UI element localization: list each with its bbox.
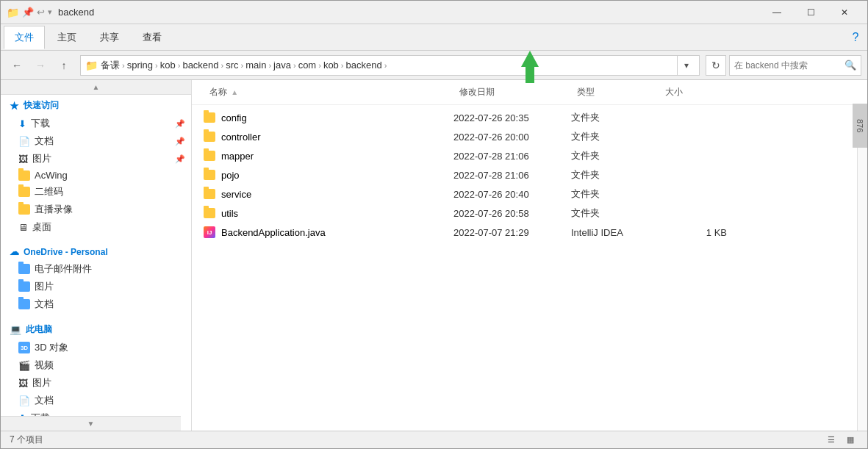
sidebar-item-desktop[interactable]: 🖥 桌面 [1, 218, 191, 236]
folder-icon-broadcast [18, 204, 30, 215]
minimize-button[interactable]: — [760, 1, 794, 24]
pictures-icon: 🖼 [18, 154, 28, 165]
sidebar-item-label: 文档 [35, 394, 54, 407]
folder-icon [204, 112, 215, 123]
path-segment-3[interactable]: backend [182, 60, 218, 71]
file-name-mapper: mapper [204, 151, 453, 162]
path-segment-6[interactable]: java [273, 60, 291, 71]
sidebar-item-od-docs[interactable]: 文档 [1, 295, 191, 313]
file-size-backend-app: 1 KB [659, 227, 733, 238]
sidebar-item-pictures[interactable]: 🖼 图片 📌 [1, 150, 191, 168]
path-segment-5[interactable]: main [245, 60, 266, 71]
file-row-controller[interactable]: controller 2022-07-26 20:00 文件夹 [192, 127, 857, 146]
content-area: 名称 ▲ 修改日期 类型 大小 config 2022-07-26 20: [192, 80, 867, 431]
window: 📁 📌 ↩ ▾ backend — ☐ ✕ 文件 主页 共享 查看 ? ← → … [0, 0, 868, 449]
sidebar-item-label: 3D 对象 [35, 341, 68, 354]
sidebar: ▲ ★ 快速访问 ⬇ 下载 📌 📄 文档 📌 🖼 图片 📌 [1, 80, 192, 431]
forward-button[interactable]: → [30, 55, 51, 76]
pin-icon: 📌 [175, 119, 185, 129]
sidebar-item-computer-docs[interactable]: 📄 文档 [1, 392, 191, 409]
close-button[interactable]: ✕ [828, 1, 861, 24]
sidebar-item-email-attachments[interactable]: 电子邮件附件 [1, 260, 191, 278]
address-dropdown-button[interactable]: ▾ [677, 55, 695, 76]
sidebar-section-onedrive[interactable]: ☁ OneDrive - Personal [1, 242, 191, 260]
refresh-button[interactable]: ↻ [706, 55, 726, 76]
side-number: 876 [853, 104, 867, 148]
divider-2 [1, 313, 191, 319]
tab-home[interactable]: 主页 [46, 26, 87, 49]
search-input[interactable] [734, 60, 842, 71]
onedrive-label: OneDrive - Personal [24, 247, 108, 257]
folder-icon [204, 151, 215, 161]
path-segment-7[interactable]: com [298, 60, 317, 71]
col-header-type[interactable]: 类型 [571, 83, 659, 101]
sort-icon: ▲ [231, 88, 238, 96]
file-name-backend-app: IJ BackendApplication.java [204, 226, 453, 238]
sidebar-item-qrcode[interactable]: 二维码 [1, 183, 191, 201]
file-date-service: 2022-07-26 20:40 [453, 189, 571, 200]
col-header-name[interactable]: 名称 ▲ [204, 83, 453, 101]
view-grid-button[interactable]: ▦ [842, 433, 858, 448]
sidebar-item-label: 图片 [32, 376, 51, 389]
file-row-backend-app[interactable]: IJ BackendApplication.java 2022-07-07 21… [192, 223, 857, 242]
path-segment-4[interactable]: src [226, 60, 238, 71]
title-bar-controls: — ☐ ✕ [760, 1, 861, 24]
view-controls: ☰ ▦ [823, 433, 858, 448]
view-list-button[interactable]: ☰ [823, 433, 839, 448]
file-row-config[interactable]: config 2022-07-26 20:35 文件夹 [192, 108, 857, 127]
address-bar[interactable]: 📁 备课 › spring › kob › backend › src › ma… [80, 55, 700, 76]
sidebar-item-label: 直播录像 [35, 203, 73, 216]
sidebar-item-od-pictures[interactable]: 图片 [1, 278, 191, 295]
pin-icon-2: 📌 [175, 137, 185, 146]
sidebar-item-label: 桌面 [32, 220, 51, 234]
file-date-backend-app: 2022-07-07 21:29 [453, 227, 571, 238]
file-row-mapper[interactable]: mapper 2022-07-28 21:06 文件夹 [192, 146, 857, 165]
content-scrollbar[interactable] [857, 105, 867, 431]
file-row-utils[interactable]: utils 2022-07-26 20:58 文件夹 [192, 204, 857, 223]
file-list: config 2022-07-26 20:35 文件夹 controller 2… [192, 105, 857, 431]
path-segment-1[interactable]: spring [127, 60, 153, 71]
maximize-button[interactable]: ☐ [794, 1, 828, 24]
up-button[interactable]: ↑ [54, 55, 74, 76]
sidebar-item-docs[interactable]: 📄 文档 📌 [1, 132, 191, 150]
intellij-icon: IJ [204, 226, 215, 238]
sidebar-item-computer-pictures[interactable]: 🖼 图片 [1, 374, 191, 392]
sidebar-item-3d[interactable]: 3D 3D 对象 [1, 339, 191, 356]
sidebar-item-download[interactable]: ⬇ 下载 📌 [1, 115, 191, 132]
title-folder-icon: 📁 [7, 7, 19, 18]
sidebar-item-video[interactable]: 🎬 视频 [1, 356, 191, 374]
tab-share[interactable]: 共享 [89, 26, 130, 49]
sidebar-scroll-up[interactable]: ▲ [1, 80, 191, 95]
file-name-config: config [204, 112, 453, 123]
title-text: backend [58, 7, 760, 18]
col-header-date[interactable]: 修改日期 [453, 83, 571, 101]
sidebar-scroll-down[interactable]: ▼ [1, 416, 181, 431]
path-segment-8[interactable]: kob [323, 60, 339, 71]
sidebar-section-computer[interactable]: 💻 此电脑 [1, 319, 191, 339]
path-segment-9[interactable]: backend [346, 60, 382, 71]
sidebar-item-acwing[interactable]: AcWing [1, 168, 191, 183]
sidebar-item-broadcast[interactable]: 直播录像 [1, 201, 191, 218]
file-row-pojo[interactable]: pojo 2022-07-28 21:06 文件夹 [192, 165, 857, 184]
path-segment-2[interactable]: kob [160, 60, 176, 71]
file-type-controller: 文件夹 [571, 130, 659, 143]
sidebar-section-quick-access[interactable]: ★ 快速访问 [1, 95, 191, 115]
col-header-size[interactable]: 大小 [659, 83, 733, 101]
video-icon: 🎬 [18, 360, 30, 371]
file-row-service[interactable]: service 2022-07-26 20:40 文件夹 [192, 184, 857, 204]
search-box: 🔍 [729, 55, 861, 76]
path-segment-0[interactable]: 备课 [101, 59, 120, 72]
file-name-service: service [204, 189, 453, 200]
folder-icon-od-pics [18, 281, 30, 292]
comp-pics-icon: 🖼 [18, 378, 28, 389]
help-button[interactable]: ? [847, 29, 864, 46]
back-button[interactable]: ← [7, 55, 27, 76]
address-folder-icon: 📁 [85, 60, 98, 71]
pin-icon-3: 📌 [175, 154, 185, 164]
tab-view[interactable]: 查看 [132, 26, 173, 49]
file-date-pojo: 2022-07-28 21:06 [453, 170, 571, 181]
sidebar-item-label: 视频 [35, 359, 54, 372]
column-headers: 名称 ▲ 修改日期 类型 大小 [192, 80, 867, 105]
toolbar: ← → ↑ 📁 备课 › spring › kob › backend › sr… [1, 51, 867, 80]
tab-file[interactable]: 文件 [4, 26, 45, 49]
